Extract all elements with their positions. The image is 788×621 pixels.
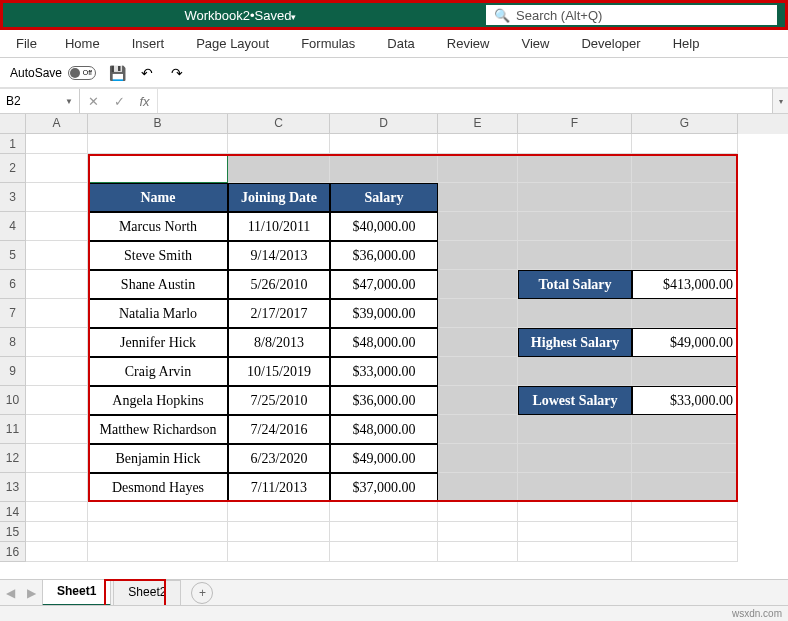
cell[interactable] (438, 270, 518, 299)
cell[interactable]: 8/8/2013 (228, 328, 330, 357)
cell[interactable] (88, 134, 228, 154)
cell[interactable]: 7/24/2016 (228, 415, 330, 444)
cell[interactable] (438, 444, 518, 473)
cell[interactable] (26, 212, 88, 241)
cell[interactable] (26, 270, 88, 299)
cell[interactable]: 10/15/2019 (228, 357, 330, 386)
cell[interactable] (438, 502, 518, 522)
cell[interactable]: $36,000.00 (330, 241, 438, 270)
formula-expand-icon[interactable]: ▾ (772, 89, 788, 113)
autosave-switch-off-icon[interactable]: Off (68, 66, 96, 80)
cell[interactable] (438, 212, 518, 241)
cell[interactable] (518, 502, 632, 522)
cell[interactable] (438, 415, 518, 444)
confirm-icon[interactable]: ✓ (106, 94, 132, 109)
cell[interactable]: Marcus North (88, 212, 228, 241)
header-salary[interactable]: Salary (330, 183, 438, 212)
cell[interactable] (632, 542, 738, 562)
tab-formulas[interactable]: Formulas (285, 30, 371, 58)
cell[interactable] (632, 502, 738, 522)
col-A[interactable]: A (26, 114, 88, 134)
cell[interactable]: 2/17/2017 (228, 299, 330, 328)
tab-nav-next-icon[interactable]: ▶ (21, 586, 42, 600)
cell[interactable]: 11/10/2011 (228, 212, 330, 241)
cell[interactable] (632, 241, 738, 270)
formula-input[interactable] (158, 89, 772, 113)
cell[interactable] (632, 299, 738, 328)
col-F[interactable]: F (518, 114, 632, 134)
cell[interactable] (518, 415, 632, 444)
cell[interactable] (632, 212, 738, 241)
row-2[interactable]: 2 (0, 154, 26, 183)
cell[interactable] (26, 328, 88, 357)
cell[interactable] (26, 444, 88, 473)
cell[interactable]: 6/23/2020 (228, 444, 330, 473)
cell[interactable]: $36,000.00 (330, 386, 438, 415)
cell[interactable]: $49,000.00 (330, 444, 438, 473)
cell[interactable]: $40,000.00 (330, 212, 438, 241)
name-box[interactable]: B2 ▼ (0, 89, 80, 113)
cell[interactable] (518, 473, 632, 502)
row-14[interactable]: 14 (0, 502, 26, 522)
cell[interactable] (330, 542, 438, 562)
title-dropdown-icon[interactable] (291, 8, 296, 23)
tab-home[interactable]: Home (49, 30, 116, 58)
row-9[interactable]: 9 (0, 357, 26, 386)
cell[interactable] (26, 522, 88, 542)
tab-help[interactable]: Help (657, 30, 716, 58)
add-sheet-icon[interactable]: + (191, 582, 213, 604)
cell[interactable]: $37,000.00 (330, 473, 438, 502)
row-16[interactable]: 16 (0, 542, 26, 562)
sheet-tab-other[interactable]: Sheet2 (113, 580, 181, 606)
cell[interactable] (26, 415, 88, 444)
cell[interactable] (438, 134, 518, 154)
col-G[interactable]: G (632, 114, 738, 134)
cell[interactable] (438, 542, 518, 562)
cell[interactable] (438, 328, 518, 357)
row-15[interactable]: 15 (0, 522, 26, 542)
cell[interactable] (632, 183, 738, 212)
cell[interactable] (518, 154, 632, 183)
row-4[interactable]: 4 (0, 212, 26, 241)
cell[interactable] (632, 134, 738, 154)
cell[interactable] (438, 522, 518, 542)
cell[interactable] (518, 444, 632, 473)
cell[interactable]: 7/25/2010 (228, 386, 330, 415)
cell[interactable] (26, 183, 88, 212)
cell[interactable] (518, 241, 632, 270)
row-8[interactable]: 8 (0, 328, 26, 357)
cell[interactable]: Natalia Marlo (88, 299, 228, 328)
cell[interactable]: Jennifer Hick (88, 328, 228, 357)
cell[interactable] (26, 386, 88, 415)
tab-review[interactable]: Review (431, 30, 506, 58)
cell[interactable]: Highest Salary (518, 328, 632, 357)
cell[interactable] (26, 502, 88, 522)
cell[interactable] (518, 299, 632, 328)
cell[interactable] (330, 134, 438, 154)
cell[interactable] (228, 134, 330, 154)
cell[interactable] (330, 522, 438, 542)
row-6[interactable]: 6 (0, 270, 26, 299)
cell[interactable]: $33,000.00 (330, 357, 438, 386)
cell[interactable] (228, 542, 330, 562)
col-B[interactable]: B (88, 114, 228, 134)
cell[interactable]: Benjamin Hick (88, 444, 228, 473)
cell[interactable] (26, 357, 88, 386)
cell[interactable] (438, 357, 518, 386)
cell[interactable]: $39,000.00 (330, 299, 438, 328)
cell[interactable] (518, 542, 632, 562)
cell[interactable] (88, 542, 228, 562)
cell[interactable] (438, 183, 518, 212)
cell[interactable]: $48,000.00 (330, 415, 438, 444)
cell[interactable]: $413,000.00 (632, 270, 738, 299)
cell[interactable]: $33,000.00 (632, 386, 738, 415)
tab-data[interactable]: Data (371, 30, 430, 58)
cell[interactable]: Matthew Richardson (88, 415, 228, 444)
cell[interactable] (632, 444, 738, 473)
namebox-dropdown-icon[interactable]: ▼ (65, 97, 73, 106)
select-all-corner[interactable] (0, 114, 26, 134)
header-name[interactable]: Name (88, 183, 228, 212)
cell[interactable] (26, 473, 88, 502)
row-12[interactable]: 12 (0, 444, 26, 473)
cell[interactable]: Desmond Hayes (88, 473, 228, 502)
